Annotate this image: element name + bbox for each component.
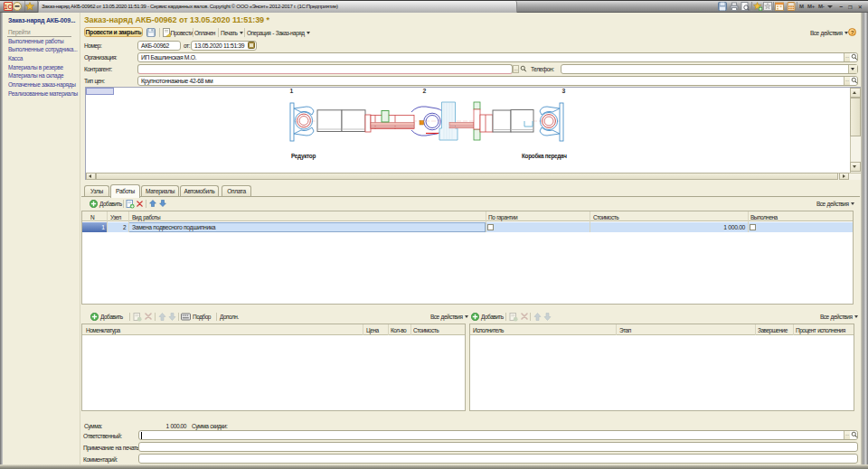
svg-text:1С: 1С (5, 4, 13, 10)
